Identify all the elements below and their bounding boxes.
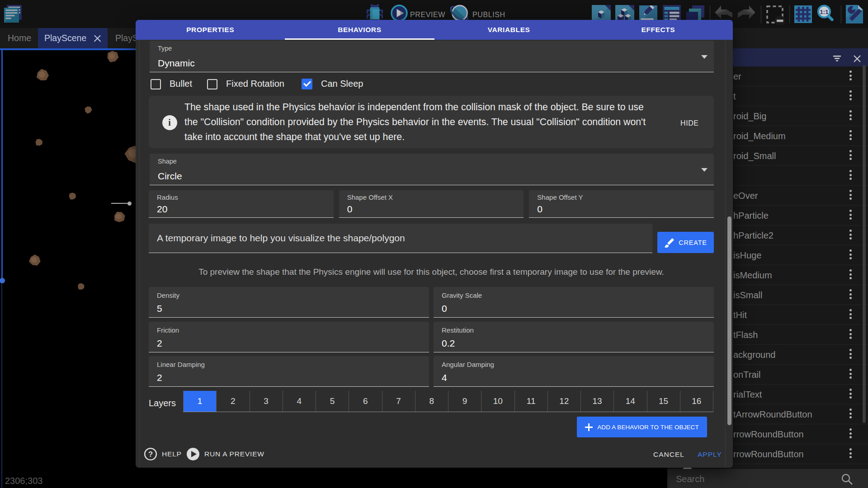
object-menu-icon[interactable] <box>849 130 852 142</box>
project-manager-icon[interactable] <box>4 5 24 26</box>
field-restitution[interactable]: Restitution0.2 <box>434 322 714 352</box>
object-menu-icon[interactable] <box>849 389 852 400</box>
deselect-icon[interactable] <box>766 5 787 27</box>
tab-playscene[interactable]: PlayScene <box>38 28 108 48</box>
run-preview-button[interactable]: RUN A PREVIEW <box>186 445 264 463</box>
create-button[interactable]: CREATE <box>657 232 714 253</box>
object-menu-icon[interactable] <box>849 369 852 380</box>
field-linear-damping[interactable]: Linear Damping2 <box>149 356 429 387</box>
field-shape-offset-x[interactable]: Shape Offset X0 <box>339 190 524 218</box>
layer-cell-1[interactable]: 1 <box>183 391 216 412</box>
selection-border-left <box>1 50 3 279</box>
object-name: rrowRoundButton <box>733 429 804 440</box>
preview-button[interactable]: PREVIEW <box>410 11 445 19</box>
close-panel-icon[interactable] <box>854 55 861 62</box>
checkbox-fixed-rotation[interactable]: Fixed Rotation <box>207 75 284 93</box>
grid-icon[interactable] <box>794 5 812 25</box>
cursor-coordinates: 2306;303 <box>5 476 42 486</box>
field-value: 0 <box>537 204 542 215</box>
asteroid-sprite[interactable] <box>69 192 76 200</box>
dialog-scrollbar[interactable] <box>727 216 731 425</box>
object-menu-icon[interactable] <box>849 289 852 301</box>
objects-search-bar[interactable]: Search <box>667 469 868 488</box>
layer-cell-12[interactable]: 12 <box>547 391 580 412</box>
type-select[interactable]: Type Dynamic <box>150 41 714 72</box>
object-menu-icon[interactable] <box>849 110 852 122</box>
field-friction[interactable]: Friction2 <box>149 322 429 352</box>
layer-cell-7[interactable]: 7 <box>382 391 415 412</box>
layer-cell-6[interactable]: 6 <box>349 391 382 412</box>
zoom-1-1-icon[interactable]: 1:1 <box>816 5 835 25</box>
object-menu-icon[interactable] <box>849 70 852 82</box>
checkbox-checked-icon[interactable] <box>302 79 312 89</box>
object-menu-icon[interactable] <box>849 190 852 202</box>
object-menu-icon[interactable] <box>849 90 852 102</box>
layers-label: Layers <box>149 398 176 408</box>
object-menu-icon[interactable] <box>849 448 852 460</box>
object-menu-icon[interactable] <box>849 210 852 221</box>
layer-cell-4[interactable]: 4 <box>283 391 316 412</box>
checkbox-unchecked-icon[interactable] <box>151 79 161 89</box>
object-menu-icon[interactable] <box>849 309 852 321</box>
help-button[interactable]: ? HELP <box>144 445 182 463</box>
dialog-tab-properties[interactable]: PROPERTIES <box>136 20 285 40</box>
apply-button[interactable]: APPLY <box>698 450 722 459</box>
search-icon <box>841 474 854 485</box>
object-menu-icon[interactable] <box>849 170 852 182</box>
object-menu-icon[interactable] <box>849 150 852 162</box>
field-density[interactable]: Density5 <box>149 287 429 318</box>
shape-select[interactable]: Shape Circle <box>150 154 714 185</box>
objects-panel-scrollbar[interactable] <box>863 65 866 423</box>
layer-cell-3[interactable]: 3 <box>250 391 283 412</box>
selection-border-top <box>0 48 136 50</box>
redo-icon[interactable] <box>737 4 757 23</box>
object-name: ackground <box>733 350 775 360</box>
object-menu-icon[interactable] <box>849 230 852 241</box>
layer-cell-8[interactable]: 8 <box>415 391 448 412</box>
tab-home[interactable]: Home <box>0 28 38 48</box>
filter-icon[interactable] <box>833 56 841 62</box>
layer-cell-5[interactable]: 5 <box>316 391 349 412</box>
layer-cell-11[interactable]: 11 <box>514 391 547 412</box>
object-menu-icon[interactable] <box>849 269 852 281</box>
canvas-border-left <box>1 283 2 488</box>
object-menu-icon[interactable] <box>849 349 852 361</box>
cancel-button[interactable]: CANCEL <box>653 450 684 459</box>
object-menu-icon[interactable] <box>849 329 852 341</box>
dialog-content-edge <box>139 40 140 467</box>
checkbox-bullet[interactable]: Bullet <box>151 75 192 93</box>
publish-button[interactable]: PUBLISH <box>472 11 505 19</box>
scene-properties-icon[interactable] <box>846 5 863 25</box>
checkbox-can-sleep[interactable]: Can Sleep <box>302 75 363 93</box>
add-behavior-button[interactable]: ADD A BEHAVIOR TO THE OBJECT <box>577 417 707 437</box>
asteroid-sprite[interactable] <box>78 283 84 290</box>
field-angular-damping[interactable]: Angular Damping4 <box>434 356 714 387</box>
layer-cell-15[interactable]: 15 <box>647 391 680 412</box>
dialog-tab-variables[interactable]: VARIABLES <box>434 20 584 40</box>
field-label: Shape Offset Y <box>537 193 583 201</box>
hide-button[interactable]: HIDE <box>680 119 699 127</box>
field-shape-offset-y[interactable]: Shape Offset Y0 <box>529 190 714 218</box>
layer-cell-16[interactable]: 16 <box>680 391 713 412</box>
dialog-scrollbar-track <box>725 40 726 467</box>
object-menu-icon[interactable] <box>849 408 852 420</box>
object-menu-icon[interactable] <box>849 428 852 440</box>
layer-cell-14[interactable]: 14 <box>613 391 646 412</box>
asteroid-sprite[interactable] <box>85 106 92 113</box>
checkbox-unchecked-icon[interactable] <box>207 79 217 89</box>
rotation-handle-dot[interactable] <box>127 202 132 206</box>
dialog-tab-effects[interactable]: EFFECTS <box>584 20 733 40</box>
field-radius[interactable]: Radius20 <box>149 190 334 218</box>
close-tab-icon[interactable] <box>94 34 101 42</box>
dialog-tab-behaviors[interactable]: BEHAVIORS <box>285 20 434 40</box>
object-menu-icon[interactable] <box>849 249 852 261</box>
asteroid-sprite[interactable] <box>36 139 42 146</box>
layer-cell-2[interactable]: 2 <box>216 391 249 412</box>
field-gravity-scale[interactable]: Gravity Scale0 <box>434 287 714 318</box>
object-name: rrowRoundButton <box>733 449 804 460</box>
temporary-image-field[interactable]: A temporary image to help you visualize … <box>149 224 652 253</box>
layer-cell-13[interactable]: 13 <box>580 391 613 412</box>
chevron-down-icon <box>701 55 708 59</box>
layer-cell-10[interactable]: 10 <box>481 391 514 412</box>
layer-cell-9[interactable]: 9 <box>448 391 481 412</box>
